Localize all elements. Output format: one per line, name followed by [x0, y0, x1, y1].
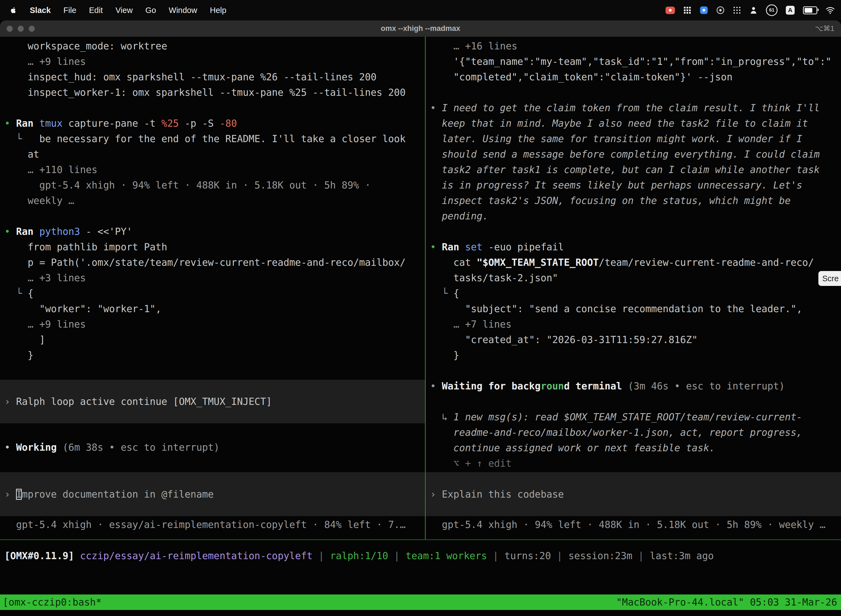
terminal-line: "created_at": "2026-03-31T11:59:27.816Z": [430, 332, 841, 348]
terminal-line: ↳ 1 new msg(s): read $OMX_TEAM_STATE_ROO…: [430, 409, 841, 425]
terminal-line: … +3 lines: [4, 270, 425, 286]
menu-item-edit[interactable]: Edit: [89, 6, 103, 15]
terminal-line: • Ran tmux capture-pane -t %25 -p -S -80: [4, 116, 425, 131]
right-pane-output: … +16 lines '{"team_name":"my-team","tas…: [430, 38, 841, 471]
terminal-pane-left[interactable]: workspace_mode: worktree … +9 lines insp…: [0, 37, 425, 539]
terminal-line: inspect task2's JSON, focusing on the st…: [430, 193, 841, 208]
terminal-line: … +9 lines: [4, 317, 425, 332]
menu-item-view[interactable]: View: [116, 6, 133, 15]
terminal-line: • Ran set -euo pipefail: [430, 239, 841, 255]
pane-divider-horizontal: [0, 539, 841, 540]
assistant-figure-icon[interactable]: [749, 6, 757, 14]
menu-bar: SlackFileEditViewGoWindowHelp: [0, 0, 841, 21]
terminal-line: [430, 224, 841, 239]
desktop-screen: SlackFileEditViewGoWindowHelp: [0, 0, 841, 616]
terminal-line: inspect_hud: omx sparkshell --tmux-pane …: [4, 69, 425, 85]
dark-circle-app-icon[interactable]: [716, 6, 725, 14]
terminal-line: tasks/task-2.json": [430, 270, 841, 286]
terminal-line: ⌥ + ↑ edit: [430, 456, 841, 471]
terminal-line: [4, 100, 425, 116]
terminal-line: gpt-5.4 xhigh · 94% left · 488K in · 5.1…: [4, 177, 425, 193]
menu-item-slack[interactable]: Slack: [30, 6, 51, 15]
terminal-line: › Improve documentation in @filename: [4, 487, 425, 502]
terminal-line: from pathlib import Path: [4, 239, 425, 255]
terminal-line: p = Path('.omx/state/team/review-current…: [4, 255, 425, 270]
terminal-line: continue assigned work or next feasible …: [430, 440, 841, 456]
wifi-icon[interactable]: [826, 6, 835, 14]
dots-grid-icon[interactable]: [733, 6, 741, 14]
terminal-line: should send a message before completing …: [430, 147, 841, 162]
menu-item-window[interactable]: Window: [169, 6, 197, 15]
terminal-line: '{"team_name":"my-team","task_id":"1","f…: [430, 54, 841, 69]
terminal-line: • I need to get the claim token from the…: [430, 100, 841, 116]
menu-item-help[interactable]: Help: [210, 6, 227, 15]
terminal-window: omx --xhigh --madmax ⌥⌘1 workspace_mode:…: [0, 21, 841, 616]
left-pane-output: workspace_mode: worktree … +9 lines insp…: [4, 38, 425, 363]
inject-banner: › Ralph loop active continue [OMX_TMUX_I…: [0, 380, 425, 423]
terminal-line: }: [430, 348, 841, 363]
prompt-input-left[interactable]: › Improve documentation in @filename: [0, 472, 425, 516]
blue-app-icon[interactable]: [700, 6, 708, 14]
minimize-button[interactable]: [18, 26, 24, 32]
terminal-line: └ be necessary for the end of the README…: [4, 131, 425, 147]
zoom-button[interactable]: [29, 26, 35, 32]
terminal-line: • Ran python3 - <<'PY': [4, 224, 425, 239]
terminal-line: └ {: [4, 286, 425, 301]
menu-item-file[interactable]: File: [63, 6, 76, 15]
battery-percentage-badge[interactable]: 61: [766, 4, 778, 16]
window-title-bar[interactable]: omx --xhigh --madmax ⌥⌘1: [0, 21, 841, 37]
input-source-icon[interactable]: A: [786, 6, 795, 15]
tmux-status-bar: [omx-cczip0:bash* "MacBook-Pro-44.local"…: [0, 594, 841, 610]
right-pane-stat-line: gpt-5.4 xhigh · 94% left · 488K in · 5.1…: [430, 517, 841, 532]
menu-item-go[interactable]: Go: [145, 6, 156, 15]
menu-bar-status: 61 A: [665, 4, 841, 16]
terminal-line: • Waiting for background terminal (3m 46…: [430, 378, 841, 394]
terminal-line: [430, 394, 841, 409]
terminal-line: • Working (6m 38s • esc to interrupt): [4, 440, 425, 455]
terminal-line: gpt-5.4 xhigh · essay/ai-reimplementatio…: [4, 517, 425, 532]
window-title: omx --xhigh --madmax: [0, 24, 841, 33]
terminal-line: › Ralph loop active continue [OMX_TMUX_I…: [4, 394, 425, 409]
terminal-line: ]: [4, 332, 425, 348]
terminal-line: [430, 363, 841, 378]
grid-app-icon[interactable]: [683, 6, 692, 14]
terminal-line: is in progress? It seems likely but perh…: [430, 177, 841, 193]
terminal-line: pending.: [430, 208, 841, 224]
terminal-line: later. Using the same for transition mig…: [430, 131, 841, 147]
terminal-line: readme-and-reco/mailbox/worker-1.json, a…: [430, 425, 841, 440]
traffic-lights: [7, 21, 35, 37]
working-status: • Working (6m 38s • esc to interrupt): [4, 440, 425, 455]
left-pane-stat-line: gpt-5.4 xhigh · essay/ai-reimplementatio…: [4, 517, 425, 532]
terminal-line: }: [4, 348, 425, 363]
screen-recording-indicator-icon[interactable]: [665, 7, 675, 14]
battery-icon[interactable]: [803, 6, 817, 14]
terminal-line: "worker": "worker-1",: [4, 301, 425, 317]
tmux-host-clock: "MacBook-Pro-44.local" 05:03 31-Mar-26: [616, 594, 837, 610]
terminal-line: … +16 lines: [430, 38, 841, 54]
omx-status-bar: [OMX#0.11.9] cczip/essay/ai-reimplementa…: [4, 548, 841, 563]
screen-tooltip: Scre: [818, 271, 841, 286]
terminal-line: [430, 85, 841, 100]
terminal-line: [OMX#0.11.9] cczip/essay/ai-reimplementa…: [4, 548, 841, 563]
terminal-line: … +9 lines: [4, 54, 425, 69]
terminal-line: keep that in mind. Maybe I also need the…: [430, 116, 841, 131]
menu-bar-left: SlackFileEditViewGoWindowHelp: [0, 6, 226, 15]
terminal-line: └ {: [430, 286, 841, 301]
terminal-line: at: [4, 147, 425, 162]
terminal-line: › Explain this codebase: [430, 487, 841, 502]
terminal-line: "subject": "send a concise recommendatio…: [430, 301, 841, 317]
menu-bar-items: SlackFileEditViewGoWindowHelp: [30, 6, 226, 15]
terminal-line: gpt-5.4 xhigh · 94% left · 488K in · 5.1…: [430, 517, 841, 532]
close-button[interactable]: [7, 26, 13, 32]
window-shortcut-hint: ⌥⌘1: [815, 21, 834, 37]
terminal-line: "completed","claim_token":"claim-token"}…: [430, 69, 841, 85]
prompt-input-right[interactable]: › Explain this codebase: [426, 472, 841, 516]
terminal-line: cat "$OMX_TEAM_STATE_ROOT/team/review-cu…: [430, 255, 841, 270]
terminal-pane-right[interactable]: … +16 lines '{"team_name":"my-team","tas…: [426, 37, 841, 539]
terminal-line: workspace_mode: worktree: [4, 38, 425, 54]
terminal-line: … +110 lines: [4, 162, 425, 177]
terminal-line: task2 after task1 is complete, but can I…: [430, 162, 841, 177]
pane-divider-vertical[interactable]: [425, 37, 426, 539]
terminal-line: weekly …: [4, 193, 425, 208]
apple-icon[interactable]: [9, 6, 17, 15]
